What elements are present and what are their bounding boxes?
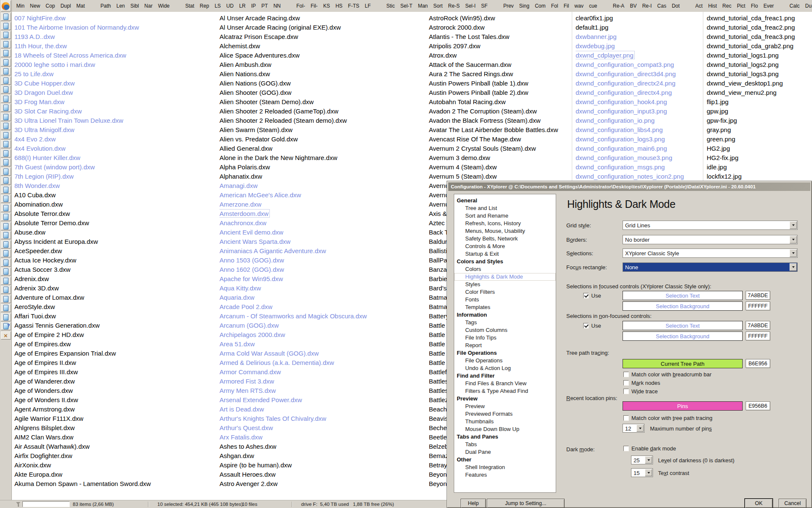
catalog-item-button[interactable] <box>1 259 11 267</box>
config-tree-item[interactable]: Features <box>454 471 556 479</box>
file-item[interactable]: 4x4 Evo 2.dxw <box>14 135 214 144</box>
catalog-item-button[interactable] <box>1 195 11 203</box>
file-item[interactable]: Alcatraz Prison Escape.dxw <box>219 32 424 41</box>
file-item[interactable]: Agent Armstrong.dxw <box>14 405 214 414</box>
file-item[interactable]: Austin Powers Pinball (table 2).dxw <box>429 88 572 97</box>
wide-trace-checkbox[interactable]: Wide trace <box>623 388 658 395</box>
toolbar-button-dupl[interactable]: Dupl <box>58 3 74 9</box>
catalog-item-button[interactable] <box>1 13 11 21</box>
file-item[interactable]: Actua Ice Hockey.dxw <box>14 256 214 265</box>
file-item[interactable]: gpw.jpg <box>707 107 811 116</box>
config-tree-item[interactable]: Tabs <box>454 441 556 448</box>
file-item[interactable]: Atrox.dxw <box>429 51 572 60</box>
file-item[interactable]: Austin Powers Pinball (table 1).dxw <box>429 79 572 88</box>
config-tree-item[interactable]: Report <box>454 342 556 349</box>
toolbar-button-pict[interactable]: Pict <box>734 3 748 9</box>
catalog-item-button[interactable] <box>1 168 11 176</box>
config-tree-item[interactable]: Templates <box>454 304 556 311</box>
file-item[interactable]: Avadon the Black Fortress (Steam).dxw <box>429 116 572 125</box>
file-item[interactable]: gray.png <box>707 125 811 135</box>
toolbar-button-flo[interactable]: Flo <box>748 3 761 9</box>
file-item[interactable]: Amsterdoom.dxw <box>219 209 424 218</box>
config-tree-item[interactable]: Tags <box>454 319 556 326</box>
use-focused-checkbox[interactable]: Use <box>583 293 601 299</box>
file-item[interactable]: Alice Space Adventures.dxw <box>219 51 424 60</box>
catalog-item-button[interactable] <box>1 286 11 294</box>
catalog-item-button[interactable] <box>1 313 11 321</box>
file-item[interactable]: Al Unser Arcade Racing (original EXE).dx… <box>219 23 424 32</box>
file-item[interactable]: dxwnd_configuration_msgs.png <box>576 163 702 172</box>
config-tree-item[interactable]: Colors <box>454 265 556 273</box>
file-item[interactable]: Avernum 5 (Steam).dxw <box>429 172 572 181</box>
file-item[interactable]: Armored Fist 3.dxw <box>219 377 424 386</box>
config-tree-item[interactable]: Fonts <box>454 296 556 304</box>
toolbar-button-ks[interactable]: KS <box>321 3 333 9</box>
file-item[interactable]: Avadon 2 The Corruption (Steam).dxw <box>429 107 572 116</box>
toolbar-button-sing[interactable]: Sing <box>516 3 532 9</box>
file-item[interactable]: Alpha Polaris.dxw <box>219 163 424 172</box>
catalog-item-button[interactable] <box>1 95 11 103</box>
mark-nodes-checkbox[interactable]: Mark nodes <box>623 380 660 386</box>
catalog-item-button[interactable] <box>1 249 11 257</box>
file-item[interactable]: dxwnd_configuration_hook4.png <box>576 97 702 107</box>
file-item[interactable]: Avernum 2 Crystal Souls (Steam).dxw <box>429 144 572 153</box>
file-item[interactable]: Abomination.dxw <box>14 200 214 209</box>
file-item[interactable]: Alien Swarm (Steam).dxw <box>219 125 424 135</box>
toolbar-button-rep[interactable]: Rep <box>197 3 212 9</box>
match-breadcrumb-checkbox[interactable]: Match color with breadcrumb bar <box>623 371 711 378</box>
file-item[interactable]: Age of Empires.dxw <box>14 340 214 349</box>
catalog-item-button[interactable] <box>1 177 11 185</box>
file-item[interactable]: AeroStyle.dxw <box>14 302 214 312</box>
file-item[interactable]: 3D Dragon Duel.dxw <box>14 88 214 97</box>
toolbar-button-ud[interactable]: UD <box>224 3 236 9</box>
chevron-down-icon[interactable] <box>790 249 797 257</box>
file-item[interactable]: dxwnd_cdplayer.png <box>576 51 702 60</box>
catalog-item-button[interactable] <box>1 104 11 112</box>
file-item[interactable]: dxwnd_tutorial_cda_grab2.png <box>707 41 811 51</box>
catalog-item-button[interactable] <box>1 149 11 157</box>
file-item[interactable]: lockfix12.jpg <box>707 172 811 181</box>
file-item[interactable]: Arcanum - Of Steamworks and Magick Obscu… <box>219 312 424 321</box>
catalog-item-button[interactable] <box>1 22 11 30</box>
toolbar-button-nar[interactable]: Nar <box>142 3 155 9</box>
config-tree-item[interactable]: Refresh, Icons, History <box>454 220 556 227</box>
file-item[interactable]: Adrenix 3D.dxw <box>14 284 214 293</box>
config-tree-item[interactable]: Preview <box>454 403 556 410</box>
file-item[interactable]: 8th Wonder.dxw <box>14 181 214 190</box>
file-item[interactable]: AstroRock (Win95).dxw <box>429 14 572 23</box>
file-item[interactable]: Arthur's Quest.dxw <box>219 423 424 433</box>
config-tree-section[interactable]: Other <box>454 456 556 464</box>
file-item[interactable]: Armor Command.dxw <box>219 367 424 377</box>
toolbar-button-hist[interactable]: Hist <box>705 3 720 9</box>
catalog-item-button[interactable] <box>1 304 11 312</box>
config-tree-section[interactable]: Information <box>454 311 556 319</box>
file-item[interactable]: AceSpeeder.dxw <box>14 246 214 256</box>
file-item[interactable]: dxwnd_tutorial_logs2.png <box>707 60 811 69</box>
toolbar-button-act[interactable]: Act <box>693 3 705 9</box>
catalog-item-button[interactable] <box>1 77 11 85</box>
focus-rectangle-select[interactable]: None <box>623 262 798 272</box>
file-item[interactable]: Apache for Win95.dxw <box>219 274 424 284</box>
file-item[interactable]: Arcade Pool 2.dxw <box>219 302 424 312</box>
file-item[interactable]: default1.jpg <box>576 23 702 32</box>
toolbar-button-stat[interactable]: Stat <box>183 3 197 9</box>
toolbar-button-sort[interactable]: Sort <box>431 3 445 9</box>
toolbar-button-sf[interactable]: SF <box>478 3 490 9</box>
checkbox[interactable] <box>623 415 629 421</box>
catalog-item-button[interactable] <box>1 158 11 166</box>
file-item[interactable]: dxwnd_tutorial_logs3.png <box>707 69 811 79</box>
config-tree-item[interactable]: Startup & Exit <box>454 250 556 258</box>
dialog-title-bar[interactable]: Configuration - XYplorer @ C:\Documents … <box>448 182 810 191</box>
file-item[interactable]: Ashes to Ashes.dxw <box>219 442 424 451</box>
file-item[interactable]: Airfix Dogfighter.dxw <box>14 451 214 461</box>
file-item[interactable]: 25 to Life.dxw <box>14 69 214 79</box>
config-tree-item[interactable]: Styles <box>454 281 556 288</box>
text-contrast-select[interactable]: 15 <box>631 468 653 477</box>
file-item[interactable]: Alien vs. Predator Gold.dxw <box>219 135 424 144</box>
grid-style-select[interactable]: Grid Lines <box>623 221 798 230</box>
catalog-item-button[interactable] <box>1 67 11 75</box>
file-item[interactable]: Age of Empires III.dxw <box>14 367 214 377</box>
config-tree-item[interactable]: Previewed Formats <box>454 410 556 418</box>
selection-background-hex-nonfocused[interactable]: FFFFFF <box>746 331 770 340</box>
file-item[interactable]: Alchemist.dxw <box>219 41 424 51</box>
